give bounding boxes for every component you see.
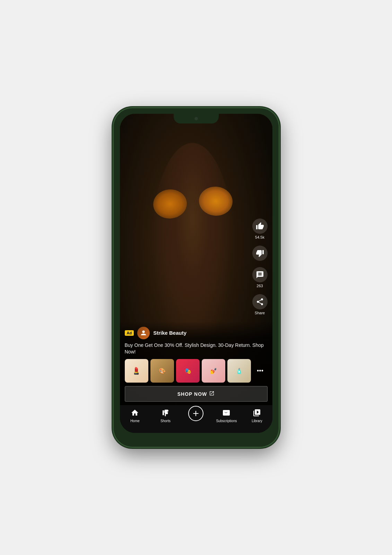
nav-home-label: Home (130, 419, 140, 423)
share-icon (252, 294, 268, 309)
phone-screen: 54.5k (120, 114, 272, 433)
comments-button[interactable]: 263 (252, 267, 268, 288)
nav-subscriptions[interactable]: Subscriptions (216, 408, 237, 423)
ad-badge: Ad (125, 330, 134, 336)
front-camera (194, 117, 198, 120)
svg-point-0 (142, 330, 145, 333)
like-button[interactable]: 54.5k (252, 219, 268, 239)
foundation-icon: 🧴 (236, 368, 243, 374)
like-icon (252, 219, 268, 234)
dislike-icon (252, 246, 268, 261)
phone-frame: 54.5k (113, 108, 279, 447)
dislike-button[interactable] (252, 246, 268, 261)
shorts-icon (160, 408, 170, 418)
shop-now-button[interactable]: SHOP NOW (125, 386, 268, 402)
nav-shorts-label: Shorts (160, 419, 171, 423)
product-thumbnails: 💄 🎨 🎭 💅 🧴 (125, 359, 268, 383)
external-link-icon (209, 391, 215, 397)
share-button[interactable]: Share (252, 294, 268, 315)
ad-brand-name: Strike Beauty (153, 330, 186, 336)
ad-overlay: Ad Strike Beauty Buy One Get One 30% Off… (120, 321, 272, 405)
share-label: Share (255, 311, 265, 315)
nav-library-label: Library (252, 419, 262, 423)
phone-wrapper: 54.5k (106, 97, 286, 458)
product-thumb-3[interactable]: 🎭 (176, 359, 200, 383)
shop-now-label: SHOP NOW (177, 391, 207, 397)
nav-library[interactable]: Library (246, 408, 267, 423)
nav-create[interactable] (185, 408, 206, 421)
video-content[interactable]: 54.5k (120, 114, 272, 405)
nailpolish-icon: 💅 (210, 368, 217, 374)
ad-avatar (137, 327, 150, 339)
nav-shorts[interactable]: Shorts (155, 408, 176, 423)
comment-icon (252, 267, 268, 282)
product-thumb-5[interactable]: 🧴 (227, 359, 251, 383)
ad-header: Ad Strike Beauty (125, 327, 268, 339)
library-icon (252, 408, 262, 418)
comment-count: 263 (256, 284, 263, 288)
palette-icon: 🎨 (159, 368, 166, 374)
product-thumb-4[interactable]: 💅 (202, 359, 225, 383)
nav-subscriptions-label: Subscriptions (216, 419, 237, 423)
ellipsis-icon: ••• (257, 367, 263, 375)
more-products-button[interactable]: ••• (253, 359, 268, 383)
eyeshadow-icon: 🎭 (184, 368, 191, 374)
nav-home[interactable]: Home (124, 408, 145, 423)
lipstick-icon: 💄 (132, 367, 141, 375)
create-icon (188, 406, 203, 421)
ad-description: Buy One Get One 30% Off. Stylish Design.… (125, 342, 268, 356)
product-thumb-1[interactable]: 💄 (125, 359, 148, 383)
home-icon (130, 408, 140, 418)
like-count: 54.5k (255, 235, 264, 239)
action-buttons: 54.5k (252, 219, 268, 315)
notch (174, 114, 219, 123)
product-thumb-2[interactable]: 🎨 (150, 359, 174, 383)
bottom-nav: Home Shorts (120, 405, 272, 433)
subscriptions-icon (221, 408, 231, 418)
